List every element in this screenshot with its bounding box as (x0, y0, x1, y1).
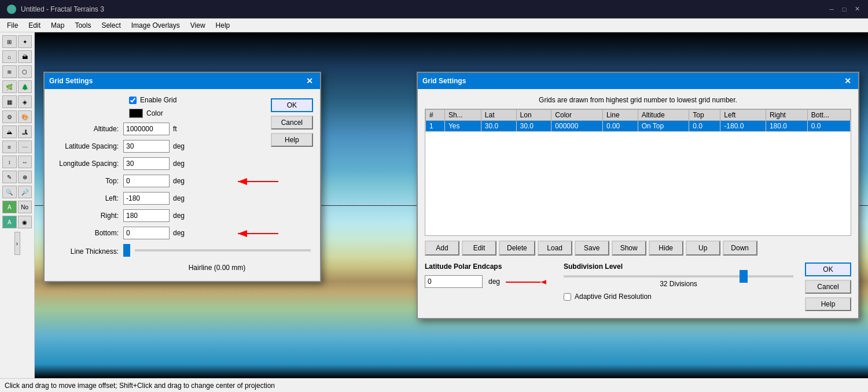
up-button[interactable]: Up (686, 241, 720, 256)
add-button[interactable]: Add (425, 241, 459, 256)
maximize-button[interactable]: □ (840, 5, 848, 13)
bottom-arrow (233, 225, 279, 242)
endcaps-input[interactable] (425, 275, 483, 288)
menu-file[interactable]: File (2, 20, 23, 31)
show-button[interactable]: Show (612, 241, 646, 256)
edit-button[interactable]: Edit (462, 241, 496, 256)
toolbar-icon-5[interactable]: ≋ (2, 65, 17, 78)
title-bar: Untitled - Fractal Terrains 3 ─ □ ✕ (0, 0, 868, 19)
toolbar-icon-21[interactable]: 🔍 (2, 186, 17, 198)
menu-image-overlays[interactable]: Image Overlays (127, 20, 185, 31)
color-swatch[interactable] (129, 109, 143, 118)
subdivision-label: 32 Divisions (564, 280, 793, 288)
adaptive-label: Adaptive Grid Resolution (575, 293, 652, 301)
toolbar-icon-12[interactable]: 🎨 (18, 110, 32, 123)
toolbar-icon-2[interactable]: ✦ (18, 35, 32, 48)
top-input[interactable] (123, 175, 170, 187)
altitude-input[interactable] (123, 123, 170, 135)
toolbar-icon-13[interactable]: ⛰ (2, 125, 17, 138)
toolbar-icon-25[interactable]: A (2, 216, 17, 228)
large-ok-button[interactable]: OK (805, 262, 851, 276)
toolbar-icon-20[interactable]: ⊕ (18, 171, 32, 183)
title-bar-left: Untitled - Fractal Terrains 3 (7, 5, 104, 14)
load-button[interactable]: Load (538, 241, 572, 256)
cell-lat: 30.0 (481, 121, 516, 132)
enable-grid-checkbox[interactable] (129, 97, 137, 104)
minimize-button[interactable]: ─ (827, 5, 836, 13)
line-thickness-slider-thumb[interactable] (123, 244, 130, 257)
col-header-lon: Lon (516, 110, 551, 121)
large-dialog-close-button[interactable]: ✕ (842, 75, 854, 87)
toolbar-icon-17[interactable]: ↕ (2, 156, 17, 168)
toolbar-icon-7[interactable]: 🌿 (2, 80, 17, 93)
bottom-input[interactable] (123, 227, 170, 239)
line-thickness-track[interactable] (135, 249, 311, 252)
delete-button[interactable]: Delete (499, 241, 535, 256)
toolbar-icon-19[interactable]: ✎ (2, 171, 17, 183)
small-dialog-close-button[interactable]: ✕ (304, 75, 315, 87)
lat-spacing-label: Latitude Spacing: (54, 142, 123, 150)
menu-view[interactable]: View (186, 20, 210, 31)
small-cancel-button[interactable]: Cancel (271, 116, 313, 130)
col-header-lat: Lat (481, 110, 516, 121)
bottom-unit: deg (173, 229, 185, 237)
toolbar-icon-16[interactable]: ⋯ (18, 140, 32, 153)
bottom-section: Latitude Polar Endcaps deg Subdivision L… (425, 262, 851, 311)
close-button[interactable]: ✕ (853, 5, 861, 13)
hide-button[interactable]: Hide (649, 241, 683, 256)
save-button[interactable]: Save (575, 241, 609, 256)
toolbar-icon-18[interactable]: ↔ (18, 156, 32, 168)
toolbar-icon-22[interactable]: 🔎 (18, 186, 32, 198)
lon-spacing-input[interactable] (123, 157, 170, 170)
color-label: Color (146, 109, 163, 117)
left-label: Left: (54, 194, 123, 202)
toolbar-icon-26[interactable]: ◉ (18, 216, 32, 228)
endcaps-input-row: deg (425, 275, 552, 288)
col-header-altitude: Altitude (638, 110, 689, 121)
toolbar-icon-24[interactable]: No (18, 201, 32, 213)
small-dialog-title-bar: Grid Settings ✕ (45, 73, 320, 89)
app-icon (7, 5, 16, 14)
table-row[interactable]: 1 Yes 30.0 30.0 000000 0.00 On Top 0.0 -… (426, 121, 851, 132)
left-toolbar: ⊞ ✦ ⌂ 🏔 ≋ ⬡ 🌿 🌲 ▦ ◈ ⚙ 🎨 ⛰ 🏞 ≡ ⋯ (0, 32, 35, 378)
small-ok-button[interactable]: OK (271, 98, 313, 112)
large-dialog: Grid Settings ✕ Grids are drawn from hig… (417, 72, 859, 319)
left-row: Left: deg (54, 192, 311, 205)
menu-select[interactable]: Select (97, 20, 125, 31)
menu-edit[interactable]: Edit (24, 20, 45, 31)
adaptive-row: Adaptive Grid Resolution (564, 293, 793, 301)
large-cancel-button[interactable]: Cancel (805, 280, 851, 294)
menu-tools[interactable]: Tools (70, 20, 95, 31)
adaptive-checkbox[interactable] (564, 293, 571, 301)
toolbar-icon-14[interactable]: 🏞 (18, 125, 32, 138)
toolbar-expand[interactable]: › (14, 232, 20, 255)
large-dialog-content: Grids are drawn from highest grid number… (418, 89, 858, 318)
toolbar-icon-9[interactable]: ▦ (2, 95, 17, 108)
toolbar-icon-23[interactable]: A (2, 201, 17, 213)
toolbar-icon-1[interactable]: ⊞ (2, 35, 17, 48)
cell-right: 180.0 (766, 121, 807, 132)
subdivision-track[interactable] (564, 275, 793, 278)
status-bar: Click and drag to move image offset; Shi… (0, 378, 868, 392)
toolbar-icon-8[interactable]: 🌲 (18, 80, 32, 93)
menu-help[interactable]: Help (211, 20, 235, 31)
toolbar-icon-3[interactable]: ⌂ (2, 50, 17, 63)
small-help-button[interactable]: Help (271, 133, 313, 147)
grid-scroll-area[interactable]: # Sh... Lat Lon Color Line Altitude Top … (425, 109, 851, 236)
toolbar-icon-11[interactable]: ⚙ (2, 110, 17, 123)
toolbar-icon-6[interactable]: ⬡ (18, 65, 32, 78)
lat-spacing-input[interactable] (123, 140, 170, 153)
left-input[interactable] (123, 192, 170, 205)
subdivision-thumb[interactable] (740, 270, 748, 283)
right-input[interactable] (123, 209, 170, 222)
menu-map[interactable]: Map (46, 20, 69, 31)
toolbar-icon-10[interactable]: ◈ (18, 95, 32, 108)
large-help-button[interactable]: Help (805, 297, 851, 311)
top-label: Top: (54, 177, 123, 185)
title-bar-controls[interactable]: ─ □ ✕ (827, 5, 861, 13)
toolbar-icon-15[interactable]: ≡ (2, 140, 17, 153)
endcaps-section: Latitude Polar Endcaps deg (425, 262, 552, 288)
toolbar-icon-4[interactable]: 🏔 (18, 50, 32, 63)
subdivision-slider-row (564, 275, 793, 278)
down-button[interactable]: Down (723, 241, 757, 256)
